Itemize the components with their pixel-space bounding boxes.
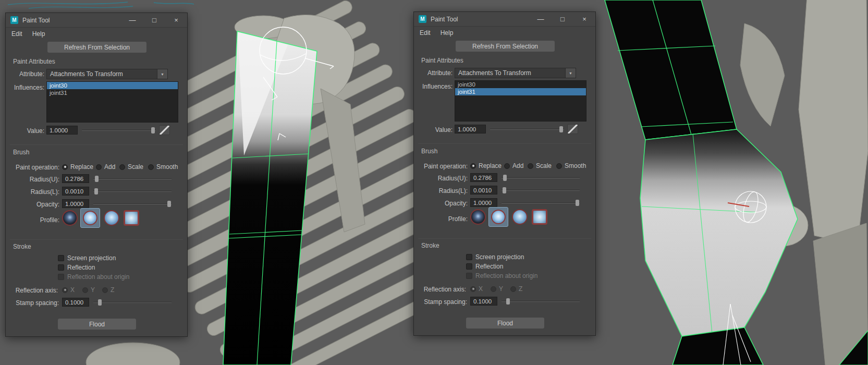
- checkbox-label: Screen projection: [475, 253, 524, 261]
- paint-op-replace-radio[interactable]: Replace: [62, 163, 93, 171]
- attribute-dropdown[interactable]: Attachments To Transform ▼: [455, 68, 576, 78]
- slider-track[interactable]: [502, 177, 580, 178]
- brush-profile-soft-icon[interactable]: [80, 208, 100, 228]
- radius-u-slider[interactable]: [93, 175, 172, 182]
- brush-profile-solid-icon[interactable]: [512, 209, 528, 225]
- menu-edit[interactable]: Edit: [420, 29, 431, 36]
- radius-u-field[interactable]: [470, 173, 497, 182]
- checkbox-icon[interactable]: [466, 263, 472, 270]
- maya-logo-icon: M: [419, 15, 426, 23]
- flood-button[interactable]: Flood: [466, 318, 544, 328]
- brush-profile-soft-icon[interactable]: [488, 207, 508, 227]
- radius-l-field[interactable]: [470, 186, 497, 194]
- chevron-down-icon[interactable]: ▼: [565, 68, 576, 78]
- attribute-dropdown[interactable]: Attachments To Transform ▼: [46, 69, 168, 79]
- influence-item[interactable]: joint30: [455, 81, 586, 88]
- influence-item[interactable]: joint31: [47, 89, 178, 96]
- radius-l-slider[interactable]: [502, 187, 580, 194]
- maximize-icon[interactable]: □: [552, 12, 573, 26]
- radio-icon: [510, 286, 516, 292]
- screen-projection-checkbox-row[interactable]: Screen projection: [466, 253, 524, 260]
- checkbox-icon[interactable]: [58, 255, 64, 261]
- menu-edit[interactable]: Edit: [11, 30, 22, 38]
- slider-handle[interactable]: [503, 187, 506, 193]
- slider-track[interactable]: [93, 302, 172, 303]
- attribute-label: Attribute:: [8, 70, 44, 78]
- brush-profile-gaussian-icon[interactable]: [470, 209, 486, 225]
- slider-handle[interactable]: [167, 201, 171, 207]
- slider-handle[interactable]: [98, 299, 102, 306]
- influence-item[interactable]: joint30: [47, 82, 178, 89]
- paint-op-scale-radio[interactable]: Scale: [528, 162, 552, 169]
- radius-l-field[interactable]: [62, 187, 89, 196]
- radio-icon: [62, 164, 68, 170]
- close-icon[interactable]: ×: [573, 12, 595, 26]
- minimize-icon[interactable]: —: [121, 13, 143, 27]
- influences-list[interactable]: joint30 joint31: [46, 81, 178, 123]
- paint-value-pencil-icon[interactable]: [159, 125, 170, 135]
- checkbox-icon[interactable]: [58, 264, 64, 271]
- stamp-spacing-slider[interactable]: [93, 299, 172, 306]
- paint-value-pencil-icon[interactable]: [567, 124, 578, 134]
- radius-l-slider[interactable]: [93, 188, 172, 195]
- radio-icon: [470, 163, 476, 169]
- axis-y-radio: Y: [491, 285, 503, 293]
- slider-track[interactable]: [82, 130, 156, 131]
- slider-track[interactable]: [93, 178, 172, 179]
- window-titlebar[interactable]: M Paint Tool — □ ×: [6, 13, 187, 28]
- influence-item[interactable]: joint31: [455, 88, 586, 95]
- slider-track[interactable]: [502, 202, 580, 203]
- slider-handle[interactable]: [576, 200, 579, 206]
- reflection-checkbox-row[interactable]: Reflection: [466, 263, 503, 270]
- influences-list[interactable]: joint30 joint31: [455, 80, 586, 121]
- reflection-checkbox-row[interactable]: Reflection: [58, 264, 95, 271]
- stamp-spacing-label: Stamp spacing:: [8, 299, 59, 307]
- refresh-from-selection-button[interactable]: Refresh From Selection: [456, 41, 555, 52]
- value-field[interactable]: [46, 126, 78, 135]
- refresh-from-selection-button[interactable]: Refresh From Selection: [47, 42, 146, 53]
- opacity-slider[interactable]: [502, 199, 580, 206]
- paint-op-smooth-radio[interactable]: Smooth: [148, 163, 178, 171]
- checkbox-icon[interactable]: [466, 254, 472, 260]
- maximize-icon[interactable]: □: [143, 13, 165, 27]
- stamp-spacing-field[interactable]: [62, 298, 89, 307]
- paint-op-replace-radio[interactable]: Replace: [470, 162, 502, 169]
- slider-track[interactable]: [502, 301, 580, 302]
- slider-handle[interactable]: [94, 188, 98, 194]
- slider-track[interactable]: [93, 203, 172, 204]
- chevron-down-icon[interactable]: ▼: [157, 69, 167, 79]
- value-slider[interactable]: [490, 126, 564, 133]
- menu-help[interactable]: Help: [32, 30, 45, 38]
- paint-op-add-radio[interactable]: Add: [96, 163, 115, 171]
- value-field[interactable]: [455, 125, 486, 133]
- paint-op-smooth-radio[interactable]: Smooth: [556, 162, 586, 169]
- opacity-slider[interactable]: [93, 200, 172, 208]
- slider-handle[interactable]: [503, 175, 507, 181]
- brush-profile-square-icon[interactable]: [532, 209, 547, 225]
- paint-op-scale-radio[interactable]: Scale: [119, 163, 143, 171]
- brush-profile-square-icon[interactable]: [124, 210, 139, 226]
- slider-track[interactable]: [490, 129, 564, 130]
- close-icon[interactable]: ×: [165, 13, 187, 27]
- stamp-spacing-field[interactable]: [470, 297, 497, 306]
- slider-handle[interactable]: [151, 127, 155, 133]
- slider-handle[interactable]: [506, 298, 510, 305]
- radius-u-field[interactable]: [62, 174, 89, 183]
- slider-track[interactable]: [502, 190, 580, 191]
- brush-profile-solid-icon[interactable]: [104, 210, 119, 226]
- minimize-icon[interactable]: —: [530, 12, 552, 26]
- paint-op-add-radio[interactable]: Add: [504, 162, 523, 169]
- value-slider[interactable]: [82, 127, 156, 134]
- slider-track[interactable]: [93, 191, 172, 192]
- brush-profile-gaussian-icon[interactable]: [62, 210, 78, 226]
- stamp-spacing-slider[interactable]: [502, 298, 580, 305]
- window-titlebar[interactable]: M Paint Tool — □ ×: [414, 12, 595, 27]
- screen-projection-checkbox-row[interactable]: Screen projection: [58, 254, 116, 261]
- slider-handle[interactable]: [95, 176, 99, 182]
- flood-button[interactable]: Flood: [58, 319, 136, 330]
- opacity-field[interactable]: [470, 198, 497, 207]
- menu-help[interactable]: Help: [441, 29, 454, 36]
- opacity-field[interactable]: [62, 199, 89, 208]
- radius-u-slider[interactable]: [502, 174, 580, 181]
- slider-handle[interactable]: [559, 126, 563, 132]
